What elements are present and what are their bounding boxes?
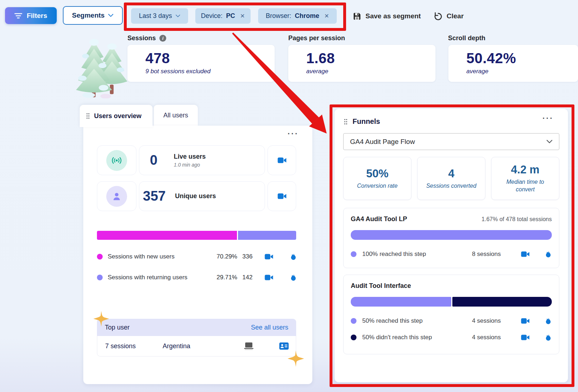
magenta-dot-icon <box>97 254 103 260</box>
tab-users-overview[interactable]: Users overview <box>80 105 153 127</box>
step2-legend-dropped: 50% didn't reach this step 4 sessions <box>351 332 552 342</box>
pages-subtext: average <box>306 68 435 75</box>
flame-icon <box>545 251 552 258</box>
recordings-button[interactable] <box>521 334 530 341</box>
sessions-metric-card: 478 9 bot sessions excluded <box>127 45 275 82</box>
step1-legend-row: 100% reached this step 8 sessions <box>351 249 552 259</box>
heatmap-button[interactable] <box>290 274 297 281</box>
filter-chip-browser[interactable]: Browser: Chrome ✕ <box>258 8 337 24</box>
clear-filters-button[interactable]: Clear <box>434 11 464 22</box>
live-users-row: 0 Live users 1.0 min ago <box>97 145 296 175</box>
live-users-recordings-button[interactable] <box>267 145 296 175</box>
chip-device-value: PC <box>226 12 235 20</box>
step2-reached-segment <box>351 297 451 307</box>
flame-icon <box>545 317 552 325</box>
conversion-rate-label: Conversion rate <box>357 182 398 190</box>
recordings-button[interactable] <box>521 251 530 258</box>
top-user-row[interactable]: 7 sessions Argentina <box>97 336 296 356</box>
filter-chip-device[interactable]: Device: PC ✕ <box>195 8 251 24</box>
clear-label: Clear <box>447 12 464 20</box>
winter-trees-illustration <box>73 38 131 98</box>
new-vs-returning-bar <box>97 231 296 240</box>
purple-dot-icon <box>351 318 356 324</box>
unique-users-recordings-button[interactable] <box>267 181 296 211</box>
live-users-ago: 1.0 min ago <box>174 162 206 168</box>
funnel-step-1: GA4 Audit Tool LP 1.67% of 478 total ses… <box>343 208 559 268</box>
live-users-info: 0 Live users 1.0 min ago <box>139 145 265 175</box>
scroll-subtext: average <box>466 68 578 75</box>
legend-new-pct: 70.29% <box>216 253 237 260</box>
heatmap-button[interactable] <box>290 253 297 260</box>
recordings-button[interactable] <box>265 274 273 281</box>
legend-new-label: Sessions with new users <box>108 253 174 260</box>
sessions-label-text: Sessions <box>127 34 156 42</box>
funnel-stats: 50% Conversion rate 4 Sessions converted… <box>343 157 559 200</box>
heatmap-button[interactable] <box>545 334 552 341</box>
save-as-segment-button[interactable]: Save as segment <box>353 11 421 22</box>
chip-date-label: Last 3 days <box>139 12 172 20</box>
step1-bar-segment <box>351 230 552 240</box>
flame-icon <box>290 253 297 260</box>
close-icon[interactable]: ✕ <box>240 13 245 19</box>
new-users-bar-segment <box>97 231 237 240</box>
sessions-converted-label: Sessions converted <box>426 182 476 190</box>
live-badge <box>106 150 127 171</box>
step2-dropped-sessions: 4 sessions <box>472 334 501 341</box>
info-icon[interactable]: i <box>159 35 166 42</box>
flame-icon <box>290 274 297 281</box>
returning-users-bar-segment <box>238 231 296 240</box>
step2-reached-label: 50% reached this step <box>362 317 423 325</box>
step1-legend-label: 100% reached this step <box>362 251 426 258</box>
heatmap-button[interactable] <box>545 317 552 325</box>
median-time-value: 4.2 m <box>511 163 539 176</box>
scroll-label-text: Scroll depth <box>448 34 485 42</box>
median-time-stat: 4.2 m Median time to convert <box>491 157 559 200</box>
close-icon[interactable]: ✕ <box>324 13 329 19</box>
funnel-selector[interactable]: GA4 Audit Page Flow <box>343 133 559 150</box>
top-user-country: Argentina <box>163 342 225 350</box>
save-as-segment-label: Save as segment <box>365 12 421 20</box>
live-users-value: 0 <box>143 153 164 168</box>
chevron-down-icon <box>176 14 180 18</box>
chevron-down-icon <box>546 140 553 144</box>
legend-row-returning-users: Sessions with returning users 29.71% 142 <box>97 272 297 283</box>
recordings-button[interactable] <box>265 253 273 260</box>
see-all-users-link[interactable]: See all users <box>251 324 288 331</box>
more-options-icon[interactable]: ··· <box>288 132 299 136</box>
scroll-depth-metric-card: 50.42% average <box>448 45 578 82</box>
pages-per-session-metric-label: Pages per session <box>288 34 345 42</box>
sessions-converted-stat: 4 Sessions converted <box>417 157 485 200</box>
filters-button[interactable]: Filters <box>5 7 57 24</box>
sessions-converted-value: 4 <box>448 167 454 180</box>
chip-device-prefix: Device: <box>201 12 223 20</box>
tab-all-users-label: All users <box>163 112 188 119</box>
step1-sessions: 8 sessions <box>472 251 501 258</box>
unique-users-row: 357 Unique users <box>97 181 296 211</box>
heatmap-button[interactable] <box>545 251 552 258</box>
drag-handle-icon[interactable] <box>86 113 90 119</box>
segments-dropdown-button[interactable]: Segments <box>63 6 123 25</box>
tab-all-users[interactable]: All users <box>154 105 198 126</box>
drag-handle-icon[interactable] <box>344 119 348 125</box>
scroll-depth-metric-label: Scroll depth <box>448 34 485 42</box>
top-user-title: Top user <box>105 324 130 331</box>
legend-returning-pct: 29.71% <box>216 274 237 281</box>
step2-bar <box>351 297 552 307</box>
filter-chip-date-range[interactable]: Last 3 days <box>131 8 188 24</box>
purple-dot-icon <box>351 251 356 257</box>
median-time-label: Median time to convert <box>497 178 554 193</box>
chevron-down-icon <box>108 14 113 17</box>
video-camera-icon <box>265 274 273 281</box>
recordings-button[interactable] <box>521 317 530 325</box>
navy-dot-icon <box>351 335 356 340</box>
flame-icon <box>545 334 552 341</box>
user-profile-card-button[interactable] <box>272 342 296 350</box>
undo-icon <box>434 12 442 20</box>
step2-reached-sessions: 4 sessions <box>472 317 501 325</box>
step2-name: Audit Tool Interface <box>351 282 411 290</box>
step2-legend-reached: 50% reached this step 4 sessions <box>351 316 552 326</box>
more-options-icon[interactable]: ··· <box>542 117 554 120</box>
top-user-header: Top user See all users <box>97 319 296 336</box>
chip-browser-value: Chrome <box>295 12 319 20</box>
pages-per-session-metric-card: 1.68 average <box>288 45 435 82</box>
